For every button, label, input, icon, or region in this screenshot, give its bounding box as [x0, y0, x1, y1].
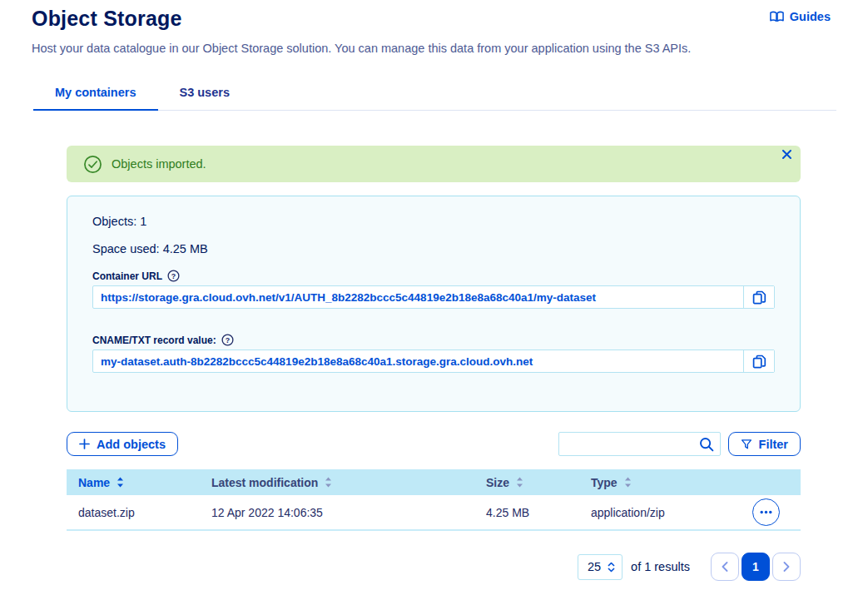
chevron-left-icon: [722, 562, 728, 572]
banner-message: Objects imported.: [112, 157, 206, 171]
container-summary-panel: Objects: 1 Space used: 4.25 MB Container…: [67, 196, 801, 412]
cell-size: 4.25 MB: [474, 506, 579, 519]
sort-icon: [117, 477, 124, 488]
cname-label: CNAME/TXT record value:: [92, 335, 216, 346]
container-url-field: https://storage.gra.cloud.ovh.net/v1/AUT…: [92, 285, 775, 309]
guides-label: Guides: [790, 10, 831, 23]
previous-page-button[interactable]: [711, 553, 739, 581]
column-header-name[interactable]: Name: [67, 476, 200, 489]
column-header-latest-modification[interactable]: Latest modification: [200, 476, 474, 489]
tab-s3-users[interactable]: S3 users: [158, 77, 251, 110]
pagination: 25 of 1 results 1: [67, 553, 801, 581]
guides-link[interactable]: Guides: [770, 10, 831, 23]
next-page-button[interactable]: [772, 553, 801, 581]
search-icon[interactable]: [699, 437, 714, 452]
ellipsis-icon: [760, 510, 772, 514]
search-input[interactable]: [558, 432, 721, 456]
objects-toolbar: Add objects Filter: [67, 432, 801, 456]
page-1-button[interactable]: 1: [742, 553, 770, 581]
cell-actions: [752, 498, 801, 526]
page-size-value: 25: [588, 560, 601, 573]
chevron-up-down-icon: [607, 562, 616, 573]
table-row: dataset.zip 12 Apr 2022 14:06:35 4.25 MB…: [67, 495, 801, 531]
sort-icon: [516, 477, 523, 488]
tab-my-containers[interactable]: My containers: [33, 77, 158, 110]
svg-text:?: ?: [225, 336, 229, 345]
cname-field: my-dataset.auth-8b2282bccc5c44819e2b18e8…: [92, 350, 775, 373]
cell-name: dataset.zip: [67, 506, 200, 519]
container-url-value[interactable]: https://storage.gra.cloud.ovh.net/v1/AUT…: [93, 286, 743, 308]
page-size-select[interactable]: 25: [578, 554, 622, 580]
filter-button[interactable]: Filter: [728, 432, 801, 456]
page-header: Object Storage Guides: [0, 0, 868, 31]
row-menu-button[interactable]: [752, 498, 780, 526]
sort-icon: [624, 477, 632, 488]
check-circle-icon: [83, 155, 102, 174]
chevron-right-icon: [783, 562, 790, 572]
close-icon[interactable]: [782, 150, 791, 159]
sort-icon: [325, 477, 332, 488]
funnel-icon: [741, 439, 752, 450]
success-banner: Objects imported.: [67, 146, 801, 182]
objects-count: Objects: 1: [92, 215, 775, 228]
filter-label: Filter: [759, 438, 788, 451]
page-title: Object Storage: [32, 7, 182, 31]
space-used: Space used: 4.25 MB: [92, 242, 775, 255]
add-objects-label: Add objects: [97, 438, 166, 451]
svg-text:?: ?: [171, 272, 176, 280]
cell-latest-modification: 12 Apr 2022 14:06:35: [200, 506, 474, 519]
page-subtitle: Host your data catalogue in our Object S…: [32, 42, 831, 55]
container-url-label: Container URL: [92, 270, 162, 282]
cname-value[interactable]: my-dataset.auth-8b2282bccc5c44819e2b18e8…: [93, 350, 743, 372]
help-icon[interactable]: ?: [221, 334, 234, 346]
book-icon: [770, 11, 784, 22]
container-url-label-row: Container URL ?: [92, 270, 775, 282]
help-icon[interactable]: ?: [167, 270, 180, 282]
plus-icon: [79, 439, 90, 449]
copy-button[interactable]: [743, 350, 774, 372]
objects-table: Name Latest modification Size Type: [67, 469, 801, 531]
tab-bar: My containers S3 users: [33, 77, 836, 111]
search-box: [558, 432, 721, 456]
cname-label-row: CNAME/TXT record value: ?: [92, 334, 775, 346]
main-content: Objects imported. Objects: 1 Space used:…: [67, 146, 801, 581]
column-header-size[interactable]: Size: [474, 476, 579, 489]
column-header-type[interactable]: Type: [579, 476, 752, 489]
copy-button[interactable]: [743, 286, 774, 308]
cell-type: application/zip: [579, 506, 752, 519]
add-objects-button[interactable]: Add objects: [67, 432, 178, 456]
table-header: Name Latest modification Size Type: [67, 469, 801, 495]
results-count-label: of 1 results: [631, 560, 690, 573]
